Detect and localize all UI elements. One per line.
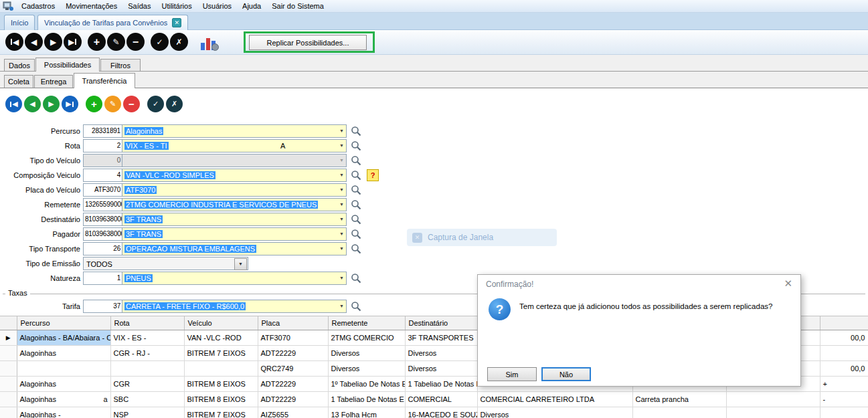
search-icon[interactable] <box>350 272 362 284</box>
rota-code-input[interactable]: 2 <box>83 139 122 152</box>
tab-inicio[interactable]: Início <box>4 15 35 30</box>
chevron-down-icon[interactable]: ▼ <box>339 300 344 312</box>
cell-valor[interactable]: 00,0 <box>820 330 868 346</box>
percurso-code-input[interactable]: 28331891 <box>83 124 122 138</box>
cell-placa[interactable]: AIZ5655 <box>258 407 328 418</box>
tab-dados[interactable]: Dados <box>4 59 35 71</box>
chevron-down-icon[interactable]: ▼ <box>339 169 344 181</box>
chevron-down-icon[interactable]: ▼ <box>339 154 344 167</box>
search-icon[interactable] <box>350 213 362 225</box>
edit-record-button[interactable]: ✎ <box>107 33 125 51</box>
chevron-down-icon[interactable]: ▼ <box>339 213 344 225</box>
column-header-destinatario[interactable]: Destinatário <box>405 316 477 330</box>
destinatario-combo[interactable]: 3F TRANS▼ <box>122 213 347 226</box>
cell-destinatario[interactable]: COMERCIAL <box>405 392 477 407</box>
cell-remetente[interactable]: 1 Tabeliao De Notas E <box>328 392 405 407</box>
tarifa-combo[interactable]: CARRETA - FRETE FIXO - R$600,0▼ <box>122 300 347 313</box>
cell-percurso[interactable]: Alagoinhas <box>17 377 110 392</box>
cell-valor[interactable]: + <box>820 377 868 392</box>
cell-extra[interactable] <box>726 407 820 418</box>
rota-combo[interactable]: VIX - ES - TIA▼ <box>122 139 347 152</box>
cell-placa[interactable]: QRC2749 <box>258 361 328 377</box>
remetente-combo[interactable]: 2TMG COMERCIO INDUSTRIA E SERVICOS DE PN… <box>122 198 347 211</box>
chart-icon[interactable] <box>201 34 218 50</box>
cell-extra[interactable] <box>726 392 820 407</box>
cell-remetente[interactable]: 13 Folha Hcm <box>328 407 405 418</box>
cell-placa[interactable]: ADT22229 <box>258 392 328 407</box>
chevron-down-icon[interactable]: ▼ <box>234 258 247 270</box>
tipo-veiculo-code-input[interactable]: 0 <box>83 154 122 167</box>
cell-remetente[interactable]: 1º Tabeliao De Notas E <box>328 377 405 392</box>
confirm-button[interactable]: ✓ <box>151 33 169 51</box>
cell-remetente[interactable]: Diversos <box>328 346 405 361</box>
tab-vinculacao-tarifas[interactable]: Vinculação de Tarifas para Convênios ✕ <box>37 15 188 30</box>
chevron-down-icon[interactable]: ▼ <box>339 199 344 211</box>
grid-first-button[interactable]: ◀ <box>5 96 22 112</box>
close-icon[interactable]: ✕ <box>784 278 792 288</box>
menu-cadastros[interactable]: Cadastros <box>16 0 60 12</box>
chevron-down-icon[interactable]: ▼ <box>339 272 344 284</box>
cell-extra[interactable]: Carreta prancha <box>632 392 726 407</box>
cell-destinatario[interactable]: 1 Tabeliao De Notas E <box>405 377 477 392</box>
chevron-down-icon[interactable]: ▼ <box>339 228 344 240</box>
search-icon[interactable] <box>350 154 362 167</box>
cell-valor[interactable]: - <box>820 392 868 407</box>
remetente-code-input[interactable]: 13265599000137 <box>83 198 122 211</box>
tab-transferencia[interactable]: Transferência <box>74 73 135 88</box>
search-icon[interactable] <box>350 140 362 152</box>
placa-code-input[interactable]: ATF3070 <box>83 183 122 197</box>
table-row[interactable]: Alagoinhas - NSP BITREM 7 EIXOS AIZ5655 … <box>0 407 868 418</box>
tipo-transporte-combo[interactable]: OPERACAO MISTURA EMBALAGENS▼ <box>122 242 347 255</box>
chevron-down-icon[interactable]: ▼ <box>339 125 344 137</box>
cell-placa[interactable]: ATF3070 <box>258 330 328 346</box>
grid-cancel-button[interactable]: ✗ <box>166 96 183 112</box>
column-header-rota[interactable]: Rota <box>110 316 184 330</box>
cell-percurso[interactable]: Alagoinhas <box>17 346 110 361</box>
search-icon[interactable] <box>350 228 362 240</box>
cell-valor[interactable] <box>820 407 868 418</box>
cell-remetente[interactable]: Diversos <box>328 361 405 377</box>
cell-valor[interactable] <box>820 346 868 361</box>
cell-veiculo[interactable] <box>184 361 258 377</box>
menu-movimentacoes[interactable]: Movimentações <box>60 0 122 12</box>
menu-saidas[interactable]: Saídas <box>122 0 156 12</box>
cell-destinatario[interactable]: 3F TRANSPORTES <box>405 330 477 346</box>
yes-button[interactable]: Sim <box>487 367 537 381</box>
menu-sair-do-sistema[interactable]: Sair do Sistema <box>266 0 329 12</box>
grid-last-button[interactable]: ▶ <box>62 96 78 112</box>
table-row[interactable]: Alagoinhasa SBC BITREM 8 EIXOS ADT22229 … <box>0 392 868 407</box>
cell-destinatario[interactable]: Diversos <box>405 361 477 377</box>
add-record-button[interactable]: + <box>88 33 106 51</box>
grid-confirm-button[interactable]: ✓ <box>147 96 164 112</box>
cell-rota[interactable]: SBC <box>110 392 184 407</box>
percurso-combo[interactable]: Alagoinhas▼ <box>122 124 347 138</box>
chevron-down-icon[interactable]: ▼ <box>339 243 344 255</box>
search-icon[interactable] <box>350 243 362 255</box>
cell-pagador[interactable]: Diversos <box>477 407 632 418</box>
cell-percurso[interactable]: Alagoinhas - BA/Abaiara - CE <box>17 330 110 346</box>
search-icon[interactable] <box>350 300 362 312</box>
grid-add-button[interactable]: + <box>86 96 102 112</box>
cancel-button[interactable]: ✗ <box>170 33 188 51</box>
cell-veiculo[interactable]: BITREM 7 EIXOS <box>184 346 258 361</box>
cell-valor[interactable]: 00,0 <box>820 361 868 377</box>
cell-placa[interactable]: ADT22229 <box>258 346 328 361</box>
cell-destinatario[interactable]: Diversos <box>405 346 477 361</box>
composicao-combo[interactable]: VAN -VLC -ROD SIMPLES▼ <box>122 169 347 182</box>
grid-edit-button[interactable]: ✎ <box>104 96 121 112</box>
tarifa-code-input[interactable]: 37 <box>83 300 122 313</box>
chevron-down-icon[interactable]: ▼ <box>339 184 344 196</box>
chevron-down-icon[interactable]: ▼ <box>339 140 344 152</box>
cell-rota[interactable]: NSP <box>110 407 184 418</box>
cell-percurso[interactable]: Alagoinhasa <box>17 392 110 407</box>
tab-coleta[interactable]: Coleta <box>4 75 33 88</box>
grid-prior-button[interactable]: ◀ <box>24 96 41 112</box>
pagador-combo[interactable]: 3F TRANS▼ <box>122 227 347 241</box>
cell-veiculo[interactable]: BITREM 8 EIXOS <box>184 392 258 407</box>
first-record-button[interactable]: ◀ <box>5 33 23 51</box>
no-button[interactable]: Não <box>541 367 591 381</box>
tab-close-icon[interactable]: ✕ <box>172 18 181 27</box>
natureza-combo[interactable]: PNEUS▼ <box>122 272 347 285</box>
menu-usuarios[interactable]: Usuários <box>197 0 237 12</box>
pagador-code-input[interactable]: 81039638000138 <box>83 227 122 241</box>
